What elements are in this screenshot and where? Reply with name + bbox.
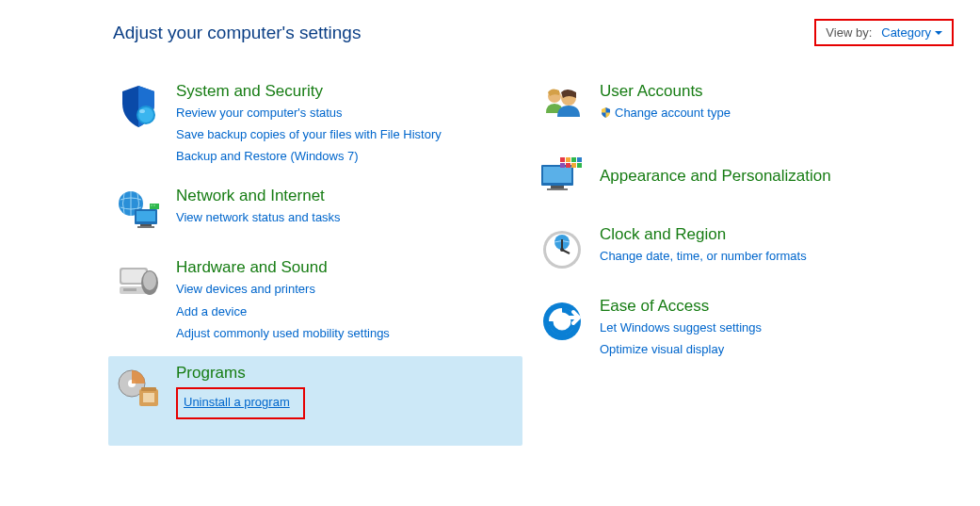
svg-rect-35 <box>571 163 576 168</box>
category-title-hardware[interactable]: Hardware and Sound <box>176 258 390 277</box>
view-by-label: View by: <box>826 25 872 40</box>
link-change-account-type[interactable]: Change account type <box>600 104 731 124</box>
category-title-system-security[interactable]: System and Security <box>176 82 442 101</box>
programs-icon <box>112 362 165 415</box>
svg-rect-32 <box>577 157 582 162</box>
category-title-network[interactable]: Network and Internet <box>176 187 341 205</box>
page-title: Adjust your computer's settings <box>113 23 361 43</box>
category-network: Network and Internet View network status… <box>108 179 522 251</box>
svg-rect-33 <box>560 163 565 168</box>
svg-rect-29 <box>560 157 565 162</box>
category-title-appearance[interactable]: Appearance and Personalization <box>600 167 831 186</box>
svg-rect-26 <box>543 167 571 183</box>
view-by-dropdown-highlight: View by: Category <box>814 19 954 46</box>
link-optimize-display[interactable]: Optimize visual display <box>600 340 762 359</box>
svg-rect-27 <box>551 186 564 188</box>
category-programs: Programs Uninstall a program <box>108 356 522 446</box>
category-clock: Clock and Region Change date, time, or n… <box>532 218 937 289</box>
category-appearance: Appearance and Personalization <box>532 146 937 218</box>
category-title-programs[interactable]: Programs <box>176 364 305 383</box>
appearance-icon <box>536 152 588 204</box>
svg-rect-22 <box>143 393 154 402</box>
link-network-status[interactable]: View network status and tasks <box>176 208 341 227</box>
link-add-device[interactable]: Add a device <box>176 302 390 321</box>
category-user-accounts: User Accounts Change account type <box>532 74 937 146</box>
link-date-time-formats[interactable]: Change date, time, or number formats <box>600 247 807 266</box>
ease-of-access-icon <box>536 295 588 348</box>
link-suggest-settings[interactable]: Let Windows suggest settings <box>600 318 762 337</box>
user-accounts-icon <box>536 80 588 133</box>
svg-point-2 <box>139 109 145 113</box>
svg-point-42 <box>560 248 564 252</box>
link-backup-restore[interactable]: Backup and Restore (Windows 7) <box>176 147 442 166</box>
svg-rect-28 <box>547 188 568 190</box>
category-hardware: Hardware and Sound View devices and prin… <box>108 251 522 355</box>
svg-rect-8 <box>150 204 159 209</box>
uac-shield-icon <box>600 106 612 124</box>
svg-rect-21 <box>141 387 156 391</box>
svg-point-10 <box>153 205 155 207</box>
link-mobility[interactable]: Adjust commonly used mobility settings <box>176 324 390 343</box>
svg-rect-5 <box>137 211 155 221</box>
category-system-security: System and Security Review your computer… <box>108 74 522 179</box>
svg-rect-31 <box>571 157 576 162</box>
link-review-status[interactable]: Review your computer's status <box>176 104 442 122</box>
category-title-user-accounts[interactable]: User Accounts <box>600 82 731 101</box>
category-ease-of-access: Ease of Access Let Windows suggest setti… <box>532 289 937 372</box>
svg-point-9 <box>151 205 153 207</box>
svg-point-16 <box>143 271 156 290</box>
svg-rect-30 <box>566 157 570 162</box>
link-file-history[interactable]: Save backup copies of your files with Fi… <box>176 125 442 144</box>
hardware-icon <box>112 256 165 309</box>
svg-rect-36 <box>577 163 582 168</box>
chevron-down-icon <box>935 31 942 35</box>
category-title-ease-of-access[interactable]: Ease of Access <box>600 297 762 316</box>
shield-icon <box>112 80 165 133</box>
link-uninstall-program[interactable]: Uninstall a program <box>184 395 290 409</box>
svg-rect-34 <box>566 163 570 168</box>
uninstall-highlight: Uninstall a program <box>176 387 305 419</box>
svg-rect-14 <box>123 288 137 291</box>
svg-rect-6 <box>140 224 152 226</box>
svg-rect-7 <box>137 226 154 228</box>
view-by-dropdown[interactable]: Category <box>881 25 942 40</box>
category-title-clock[interactable]: Clock and Region <box>600 225 807 244</box>
link-devices-printers[interactable]: View devices and printers <box>176 280 390 299</box>
network-icon <box>112 185 165 237</box>
clock-icon <box>536 223 588 276</box>
view-by-value: Category <box>881 25 931 40</box>
